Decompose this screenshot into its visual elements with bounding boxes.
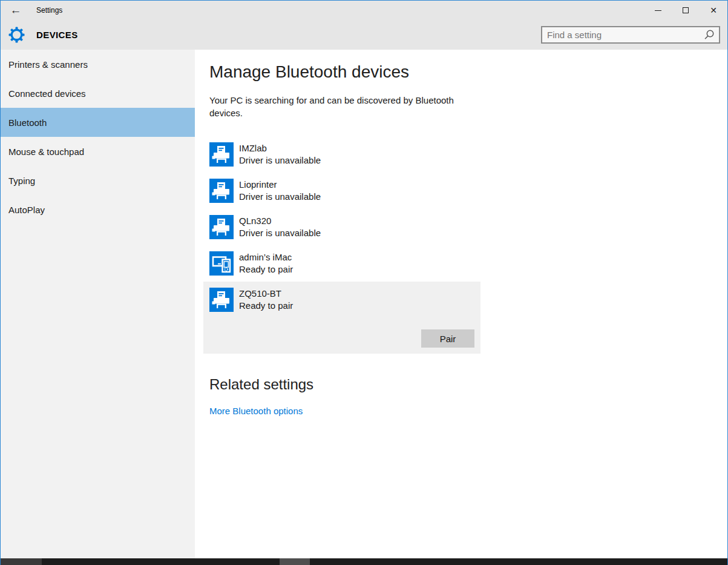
sidebar-item-autoplay[interactable]: AutoPlay: [1, 195, 195, 224]
back-arrow-icon: ←: [10, 4, 22, 17]
sidebar-item-label: Connected devices: [8, 88, 86, 99]
device-status: Driver is unavailable: [239, 191, 321, 202]
pair-button-row: Pair: [209, 329, 474, 348]
search-icon[interactable]: [703, 29, 715, 41]
device-texts: IMZlabDriver is unavailable: [239, 142, 321, 167]
printer-icon: [209, 179, 234, 203]
device-status: Driver is unavailable: [239, 228, 321, 239]
device-name: ZQ510-BT: [239, 288, 293, 299]
sidebar-item-mouse-touchpad[interactable]: Mouse & touchpad: [1, 137, 195, 166]
sidebar-item-label: Printers & scanners: [8, 59, 88, 70]
page-header: DEVICES: [1, 20, 727, 50]
sidebar-item-label: AutoPlay: [8, 205, 45, 215]
sidebar-item-bluetooth[interactable]: Bluetooth: [1, 108, 195, 137]
device-name: QLn320: [239, 216, 321, 226]
device-status: Driver is unavailable: [239, 155, 321, 166]
back-button[interactable]: ←: [1, 1, 31, 20]
printer-icon: [209, 142, 234, 167]
window-title: Settings: [36, 6, 62, 15]
window-body: Printers & scannersConnected devicesBlue…: [1, 50, 727, 558]
page-title: DEVICES: [36, 30, 78, 40]
sidebar: Printers & scannersConnected devicesBlue…: [1, 50, 195, 558]
sidebar-item-label: Bluetooth: [8, 117, 47, 128]
close-button[interactable]: ✕: [700, 1, 727, 20]
page-heading: Manage Bluetooth devices: [209, 62, 727, 82]
device-row[interactable]: admin’s iMacReady to pair: [209, 251, 727, 276]
sidebar-item-connected-devices[interactable]: Connected devices: [1, 79, 195, 108]
maximize-icon: [683, 7, 689, 13]
pair-button[interactable]: Pair: [421, 329, 474, 348]
device-name: admin’s iMac: [239, 252, 293, 263]
minimize-button[interactable]: [644, 1, 672, 20]
taskbar[interactable]: [1, 558, 727, 565]
device-texts: ZQ510-BTReady to pair: [239, 288, 293, 312]
titlebar: ← Settings ✕: [1, 1, 727, 20]
device-list: IMZlabDriver is unavailableLioprinterDri…: [209, 142, 727, 354]
taskbar-active-app-segment[interactable]: [280, 558, 310, 565]
device-name: Lioprinter: [239, 179, 321, 190]
device-texts: LioprinterDriver is unavailable: [239, 179, 321, 203]
page-description: Your PC is searching for and can be disc…: [209, 94, 454, 119]
sidebar-item-typing[interactable]: Typing: [1, 166, 195, 195]
search-box[interactable]: [541, 26, 720, 44]
printer-icon: [209, 288, 234, 312]
device-texts: QLn320Driver is unavailable: [239, 215, 321, 239]
search-input[interactable]: [542, 30, 703, 40]
more-bluetooth-options-link[interactable]: More Bluetooth options: [209, 406, 303, 416]
device-row[interactable]: QLn320Driver is unavailable: [209, 215, 727, 239]
computer-device-icon: [209, 251, 234, 276]
device-status: Ready to pair: [239, 264, 293, 275]
sidebar-item-printers-scanners[interactable]: Printers & scanners: [1, 50, 195, 79]
device-status: Ready to pair: [239, 300, 293, 311]
close-icon: ✕: [710, 6, 717, 15]
main-content: Manage Bluetooth devices Your PC is sear…: [195, 50, 727, 558]
settings-window: ← Settings ✕: [0, 0, 728, 565]
window-controls: ✕: [644, 1, 727, 20]
printer-icon: [209, 215, 234, 239]
device-row[interactable]: LioprinterDriver is unavailable: [209, 179, 727, 203]
selected-device-panel[interactable]: ZQ510-BTReady to pairPair: [203, 282, 480, 354]
sidebar-item-label: Mouse & touchpad: [8, 147, 84, 157]
device-name: IMZlab: [239, 143, 321, 154]
minimize-icon: [655, 10, 661, 11]
device-texts: admin’s iMacReady to pair: [239, 251, 293, 276]
taskbar-start-segment[interactable]: [1, 558, 42, 565]
device-row[interactable]: IMZlabDriver is unavailable: [209, 142, 727, 167]
settings-gear-icon: [8, 27, 25, 43]
device-row[interactable]: ZQ510-BTReady to pair: [209, 288, 474, 312]
maximize-button[interactable]: [672, 1, 700, 20]
sidebar-item-label: Typing: [8, 176, 35, 186]
related-settings-heading: Related settings: [209, 375, 727, 394]
